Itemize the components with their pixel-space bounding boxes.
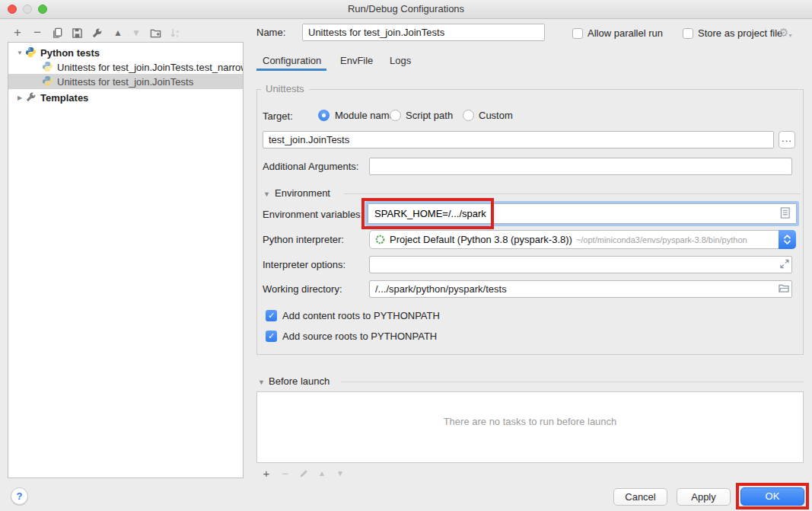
before-launch-collapse-icon[interactable]: ▼	[258, 378, 265, 386]
environment-collapse-icon[interactable]: ▼	[263, 190, 270, 198]
environment-section-line	[344, 193, 801, 194]
window-title: Run/Debug Configurations	[152, 3, 660, 14]
tree-item-test-narrow[interactable]: Unittests for test_join.JoinTests.test_n…	[8, 59, 243, 75]
configurations-tree: ▼ Python tests Unittests for test_join.J…	[8, 42, 244, 478]
environment-variables-input[interactable]	[368, 203, 797, 224]
python-interpreter-path: ~/opt/miniconda3/envs/pyspark-3.8/bin/py…	[576, 235, 747, 244]
python-test-icon	[42, 75, 54, 88]
tree-item-jointests-selected[interactable]: Unittests for test_join.JoinTests	[8, 74, 243, 89]
interpreter-options-input[interactable]	[369, 256, 792, 273]
copy-icon	[52, 27, 63, 39]
python-tests-icon	[25, 46, 37, 59]
tree-item-label: Templates	[40, 92, 88, 104]
triangle-up-icon: ▲	[318, 469, 326, 477]
before-launch-add-button[interactable]: +	[259, 465, 274, 481]
check-icon: ✓	[268, 331, 275, 340]
before-launch-move-up-button[interactable]: ▲	[314, 465, 330, 481]
target-script-path-radio[interactable]	[390, 110, 401, 121]
working-directory-label: Working directory:	[263, 283, 342, 295]
dropdown-arrow-icon: ▾	[788, 32, 791, 39]
target-custom-label: Custom	[479, 110, 513, 121]
new-folder-icon	[150, 27, 161, 39]
before-launch-remove-button[interactable]: −	[278, 465, 293, 481]
python-interpreter-dropdown-button[interactable]	[779, 230, 796, 249]
create-folder-button[interactable]	[147, 24, 164, 41]
store-options-gear-button[interactable]: ⚙▾	[779, 27, 791, 41]
interpreter-options-label: Interpreter options:	[263, 259, 345, 270]
store-as-project-file-checkbox[interactable]	[683, 28, 693, 39]
browse-button[interactable]: ...	[779, 131, 795, 149]
ok-button[interactable]: OK	[740, 487, 804, 506]
tab-logs[interactable]: Logs	[390, 55, 411, 66]
cancel-button[interactable]: Cancel	[613, 488, 667, 506]
copy-configuration-button[interactable]	[49, 24, 65, 41]
tree-item-python-tests[interactable]: ▼ Python tests	[8, 45, 243, 60]
conda-environment-icon	[375, 235, 385, 244]
add-source-roots-label: Add source roots to PYTHONPATH	[282, 331, 437, 342]
working-directory-input[interactable]	[369, 280, 792, 298]
remove-configuration-button[interactable]: −	[29, 24, 46, 41]
before-launch-title: Before launch	[269, 375, 330, 387]
help-button[interactable]: ?	[11, 487, 28, 505]
templates-wrench-icon	[25, 91, 37, 104]
allow-parallel-run-checkbox[interactable]	[572, 28, 583, 39]
before-launch-line	[341, 382, 804, 382]
close-button[interactable]	[8, 5, 17, 14]
edit-templates-button[interactable]	[88, 24, 105, 41]
plus-icon: +	[14, 24, 21, 41]
environment-variables-field	[365, 201, 799, 226]
before-launch-edit-button[interactable]	[296, 465, 311, 481]
unittests-group-title: Unittests	[261, 83, 309, 94]
triangle-up-icon: ▲	[113, 24, 123, 41]
store-as-project-file-label: Store as project file	[698, 27, 782, 39]
before-launch-tasks-panel: There are no tasks to run before launch	[256, 391, 804, 463]
browse-folder-icon[interactable]	[779, 283, 789, 294]
minus-icon: −	[282, 467, 289, 480]
target-module-name-label: Module name	[335, 110, 395, 121]
name-label: Name:	[256, 27, 285, 38]
environment-variables-label: Environment variables:	[263, 209, 363, 220]
target-input[interactable]	[263, 131, 774, 149]
triangle-down-icon: ▼	[336, 469, 344, 477]
plus-icon: +	[263, 467, 270, 480]
target-script-path-label: Script path	[406, 110, 453, 121]
tree-item-label: Unittests for test_join.JoinTests.test_n…	[57, 62, 243, 73]
add-content-roots-checkbox[interactable]: ✓	[266, 310, 277, 321]
env-variables-editor-icon[interactable]	[780, 207, 791, 219]
triangle-down-icon: ▼	[132, 24, 141, 41]
tree-item-templates[interactable]: ▶ Templates	[8, 90, 243, 105]
add-configuration-button[interactable]: +	[9, 24, 26, 41]
title-bar: Run/Debug Configurations	[0, 0, 812, 19]
tree-item-label: Python tests	[40, 47, 100, 59]
add-content-roots-label: Add content roots to PYTHONPATH	[282, 310, 440, 321]
tab-configuration[interactable]: Configuration	[263, 55, 321, 66]
check-icon: ✓	[268, 311, 275, 320]
tab-envfile[interactable]: EnvFile	[340, 55, 373, 66]
environment-section-title: Environment	[275, 187, 330, 199]
additional-arguments-input[interactable]	[369, 158, 792, 175]
chevron-right-icon[interactable]: ▶	[14, 94, 25, 101]
before-launch-move-down-button[interactable]: ▼	[333, 465, 348, 481]
target-custom-radio[interactable]	[463, 110, 474, 121]
save-icon	[72, 27, 83, 39]
save-configuration-button[interactable]	[68, 24, 85, 41]
target-module-name-radio[interactable]	[318, 110, 330, 121]
target-label: Target:	[263, 110, 293, 122]
move-down-button[interactable]: ▼	[128, 24, 145, 41]
question-icon: ?	[17, 490, 23, 502]
minimize-button[interactable]	[23, 5, 32, 14]
add-source-roots-checkbox[interactable]: ✓	[266, 331, 277, 342]
name-input[interactable]	[302, 24, 545, 41]
expand-field-icon[interactable]	[779, 258, 790, 270]
chevron-down-icon[interactable]: ▼	[14, 50, 25, 56]
apply-button[interactable]: Apply	[677, 488, 731, 506]
tree-item-label: Unittests for test_join.JoinTests	[57, 76, 193, 88]
zoom-button[interactable]	[38, 5, 47, 14]
move-up-button[interactable]: ▲	[110, 24, 126, 41]
sort-configurations-button[interactable]: az	[167, 24, 183, 41]
before-launch-empty-message: There are no tasks to run before launch	[444, 416, 617, 427]
allow-parallel-run-label: Allow parallel run	[588, 27, 663, 39]
sort-alphabetically-icon: az	[170, 27, 181, 39]
python-interpreter-select[interactable]: Project Default (Python 3.8 (pyspark-3.8…	[369, 230, 796, 249]
wrench-icon	[91, 27, 103, 39]
